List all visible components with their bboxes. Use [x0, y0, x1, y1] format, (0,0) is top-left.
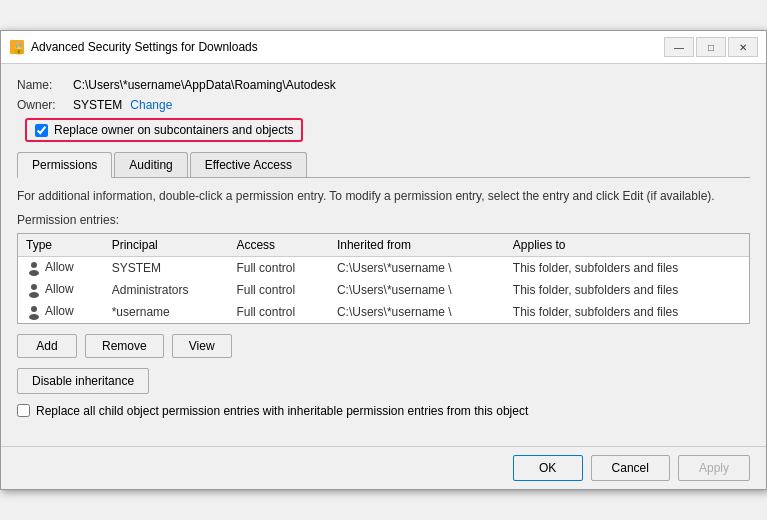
cell-principal: *username	[104, 301, 229, 323]
cell-type: Allow	[18, 279, 104, 301]
replace-owner-checkbox-row: Replace owner on subcontainers and objec…	[25, 118, 303, 142]
svg-point-5	[31, 284, 37, 290]
footer: OK Cancel Apply	[1, 446, 766, 489]
cell-inherited-from: C:\Users\*username \	[329, 301, 505, 323]
info-text: For additional information, double-click…	[17, 188, 750, 205]
svg-point-9	[29, 314, 39, 320]
permission-table-container: Type Principal Access Inherited from App…	[17, 233, 750, 324]
svg-text:🔒: 🔒	[12, 41, 25, 55]
remove-button[interactable]: Remove	[85, 334, 164, 358]
owner-value: SYSTEM	[73, 98, 122, 112]
col-inherited-from: Inherited from	[329, 234, 505, 257]
svg-point-3	[29, 270, 39, 276]
replace-owner-checkbox[interactable]	[35, 124, 48, 137]
cell-applies-to: This folder, subfolders and files	[505, 256, 749, 279]
replace-owner-label[interactable]: Replace owner on subcontainers and objec…	[54, 123, 293, 137]
cell-access: Full control	[228, 279, 329, 301]
table-row[interactable]: Allow *username Full control C:\Users\*u…	[18, 301, 749, 323]
owner-row: Owner: SYSTEM Change	[17, 98, 750, 112]
ok-button[interactable]: OK	[513, 455, 583, 481]
replace-all-checkbox[interactable]	[17, 404, 30, 417]
col-principal: Principal	[104, 234, 229, 257]
table-header-row: Type Principal Access Inherited from App…	[18, 234, 749, 257]
table-row[interactable]: Allow Administrators Full control C:\Use…	[18, 279, 749, 301]
tabs-container: Permissions Auditing Effective Access	[17, 152, 750, 178]
cell-principal: Administrators	[104, 279, 229, 301]
name-label: Name:	[17, 78, 73, 92]
titlebar-controls: — □ ✕	[664, 37, 758, 57]
tab-effective-access[interactable]: Effective Access	[190, 152, 307, 177]
cell-type: Allow	[18, 301, 104, 323]
name-row: Name: C:\Users\*username\AppData\Roaming…	[17, 78, 750, 92]
main-window: 🔒 Advanced Security Settings for Downloa…	[0, 30, 767, 490]
cell-inherited-from: C:\Users\*username \	[329, 279, 505, 301]
svg-point-8	[31, 306, 37, 312]
cancel-button[interactable]: Cancel	[591, 455, 670, 481]
window-title: Advanced Security Settings for Downloads	[31, 40, 664, 54]
section-label: Permission entries:	[17, 213, 750, 227]
cell-type: Allow	[18, 256, 104, 279]
table-row[interactable]: Allow SYSTEM Full control C:\Users\*user…	[18, 256, 749, 279]
cell-applies-to: This folder, subfolders and files	[505, 301, 749, 323]
bottom-checkbox-row: Replace all child object permission entr…	[17, 404, 750, 418]
svg-point-2	[31, 262, 37, 268]
owner-label: Owner:	[17, 98, 73, 112]
tab-auditing[interactable]: Auditing	[114, 152, 187, 177]
content-area: Name: C:\Users\*username\AppData\Roaming…	[1, 64, 766, 446]
change-owner-link[interactable]: Change	[130, 98, 172, 112]
add-button[interactable]: Add	[17, 334, 77, 358]
cell-access: Full control	[228, 256, 329, 279]
tab-permissions[interactable]: Permissions	[17, 152, 112, 178]
disable-inheritance-button[interactable]: Disable inheritance	[17, 368, 149, 394]
col-access: Access	[228, 234, 329, 257]
titlebar: 🔒 Advanced Security Settings for Downloa…	[1, 31, 766, 64]
col-applies-to: Applies to	[505, 234, 749, 257]
window-icon: 🔒	[9, 39, 25, 55]
apply-button[interactable]: Apply	[678, 455, 750, 481]
cell-principal: SYSTEM	[104, 256, 229, 279]
svg-point-6	[29, 292, 39, 298]
cell-inherited-from: C:\Users\*username \	[329, 256, 505, 279]
permission-table: Type Principal Access Inherited from App…	[18, 234, 749, 323]
replace-all-label[interactable]: Replace all child object permission entr…	[36, 404, 528, 418]
maximize-button[interactable]: □	[696, 37, 726, 57]
close-button[interactable]: ✕	[728, 37, 758, 57]
minimize-button[interactable]: —	[664, 37, 694, 57]
cell-access: Full control	[228, 301, 329, 323]
action-buttons-row: Add Remove View	[17, 334, 750, 358]
col-type: Type	[18, 234, 104, 257]
cell-applies-to: This folder, subfolders and files	[505, 279, 749, 301]
view-button[interactable]: View	[172, 334, 232, 358]
name-value: C:\Users\*username\AppData\Roaming\Autod…	[73, 78, 336, 92]
